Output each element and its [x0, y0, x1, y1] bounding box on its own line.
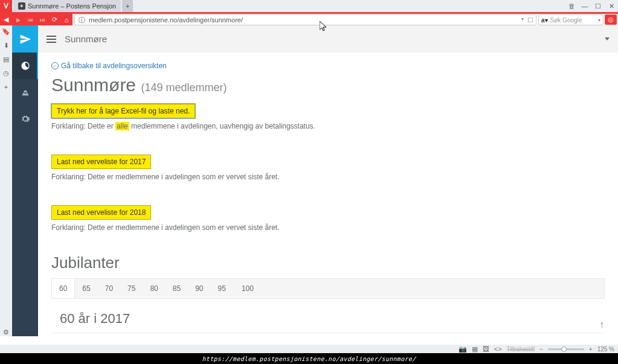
history-panel-icon[interactable]: ◷	[3, 69, 9, 77]
notes-panel-icon[interactable]: ▤	[3, 56, 9, 63]
app-logo[interactable]	[12, 25, 38, 53]
zoom-level: 125 %	[597, 346, 614, 353]
header-dropdown-icon[interactable]	[605, 37, 610, 40]
sidebar-item-settings[interactable]	[12, 106, 38, 132]
page-title: Sunnmøre (149 medlemmer)	[51, 75, 605, 95]
download-verveliste-2017-button[interactable]: Last ned verveliste for 2017	[51, 155, 151, 169]
page-header-title: Sunnmøre	[65, 34, 107, 44]
window-minimize-button[interactable]: —	[578, 0, 591, 12]
settings-panel-icon[interactable]: ⚙	[3, 328, 9, 336]
page-title-main: Sunnmøre	[51, 75, 136, 95]
excel-explanation: Forklaring: Dette er alle medlemmene i a…	[51, 122, 605, 130]
browser-toolbar: ◀ ▶ ⏮ ⏭ ⟳ ⌂ ⓘ medlem.postpensjonistene.n…	[0, 12, 618, 25]
excel-explanation-pre: Forklaring: Dette er	[51, 122, 115, 130]
tab-70[interactable]: 70	[98, 279, 120, 298]
page-header: Sunnmøre	[38, 25, 618, 53]
search-dropdown-icon[interactable]: ▾	[598, 18, 600, 23]
browser-side-panel: 🔖 ⬇ ▤ ◷ + ⚙	[0, 25, 12, 336]
tab-95[interactable]: 95	[211, 279, 233, 298]
search-engine-icon[interactable]: a▾	[541, 17, 548, 24]
back-button[interactable]: ◀	[0, 14, 12, 25]
download-excel-button[interactable]: Trykk her for å lage Excel-fil og laste …	[51, 104, 195, 118]
tab-90[interactable]: 90	[188, 279, 210, 298]
scroll-to-top-button[interactable]: ↑	[596, 319, 607, 330]
menu-toggle-button[interactable]	[47, 36, 56, 43]
tab-65[interactable]: 65	[75, 279, 97, 298]
sidebar-item-members[interactable]	[12, 79, 38, 106]
address-bar[interactable]: ⓘ medlem.postpensjonistene.no/avdelinger…	[74, 14, 536, 25]
fast-forward-button[interactable]: ⏭	[36, 14, 48, 25]
tiling-icon[interactable]: ▦	[472, 345, 478, 353]
zoom-in-button[interactable]: +	[589, 346, 593, 353]
tab-75[interactable]: 75	[120, 279, 143, 298]
users-icon	[21, 88, 30, 97]
tab-80[interactable]: 80	[143, 279, 165, 298]
jubilanter-heading: Jubilanter	[51, 254, 605, 272]
page-actions-icon[interactable]: <>	[494, 345, 502, 353]
tab-favicon: ✶	[18, 2, 25, 10]
images-toggle-icon[interactable]: 🖼	[483, 345, 489, 353]
dashboard-icon	[21, 61, 30, 71]
browser-titlebar: V ✶ Sunnmøre – Postens Pensjon + 🗑 — ☐ ✕	[0, 0, 618, 12]
download-verveliste-2018-button[interactable]: Last ned verveliste for 2018	[51, 205, 151, 220]
back-to-overview-link[interactable]: ← Gå tilbake til avdelingsoversikten	[51, 62, 167, 70]
verve-2017-explanation: Forklaring: Dette er medlemmene i avdeli…	[51, 173, 605, 181]
dropdown-icon[interactable]: ▾	[521, 16, 524, 24]
window-maximize-button[interactable]: ☐	[591, 0, 605, 12]
back-link-label: Gå tilbake til avdelingsoversikten	[61, 62, 167, 70]
gear-icon	[21, 114, 30, 124]
bookmark-icon[interactable]: ☐	[527, 16, 533, 24]
app-sidebar	[12, 25, 38, 336]
back-arrow-icon: ←	[51, 62, 59, 69]
table-row: Asbjørn Dahl 25.07.1957	[51, 333, 605, 336]
add-panel-icon[interactable]: +	[4, 83, 8, 91]
downloads-panel-icon[interactable]: ⬇	[4, 42, 9, 49]
zoom-slider[interactable]	[548, 348, 584, 350]
new-tab-button[interactable]: +	[122, 0, 133, 12]
screenshot-icon[interactable]: 📷	[459, 345, 467, 353]
search-box[interactable]: a▾ Søk Google ▾	[538, 14, 604, 25]
zoom-out-button[interactable]: −	[539, 346, 543, 353]
tab-85[interactable]: 85	[166, 279, 188, 298]
vivaldi-menu-button[interactable]: V	[0, 0, 12, 12]
forward-button[interactable]: ▶	[12, 14, 24, 25]
tab-60[interactable]: 60	[52, 279, 75, 298]
reload-button[interactable]: ⟳	[48, 14, 60, 25]
rewind-button[interactable]: ⏮	[24, 14, 36, 25]
verve-2018-explanation: Forklaring: Dette er medlemmene i avdeli…	[51, 223, 605, 232]
bookmarks-panel-icon[interactable]: 🔖	[2, 28, 10, 36]
age-section-heading: 60 år i 2017	[60, 311, 605, 327]
excel-explanation-post: medlemmene i avdelingen, uavhengig av be…	[129, 122, 315, 130]
home-button[interactable]: ⌂	[60, 14, 72, 25]
age-tab-bar: 60 65 70 75 80 85 90 95 100	[51, 278, 605, 299]
console-url: https://medlem.postpensjonistene.no/avde…	[202, 356, 416, 362]
highlight-alle: alle	[115, 122, 129, 130]
paper-plane-icon	[19, 33, 31, 45]
jubilant-table: Asbjørn Dahl 25.07.1957	[51, 333, 605, 336]
page-title-sub: (149 medlemmer)	[141, 81, 227, 94]
address-url: medlem.postpensjonistene.no/avdelinger/s…	[89, 16, 243, 24]
extension-button[interactable]: ◎	[605, 14, 617, 25]
site-info-icon[interactable]: ⓘ	[79, 16, 85, 25]
search-placeholder: Søk Google	[550, 17, 582, 24]
zoom-reset-label[interactable]: Tilbakestill	[507, 346, 535, 353]
tab-title: Sunnmøre – Postens Pensjon	[28, 2, 116, 10]
sidebar-item-dashboard[interactable]	[12, 53, 38, 79]
browser-statusbar: 📷 ▦ 🖼 <> Tilbakestill − + 125 %	[0, 345, 618, 353]
window-close-button[interactable]: ✕	[605, 0, 618, 12]
tab-100[interactable]: 100	[233, 279, 262, 298]
browser-tab-active[interactable]: ✶ Sunnmøre – Postens Pensjon	[13, 0, 121, 12]
page-content: Sunnmøre ← Gå tilbake til avdelingsovers…	[38, 25, 618, 336]
closed-tabs-trash-icon[interactable]: 🗑	[565, 0, 578, 12]
bottom-console: https://medlem.postpensjonistene.no/avde…	[0, 353, 618, 364]
